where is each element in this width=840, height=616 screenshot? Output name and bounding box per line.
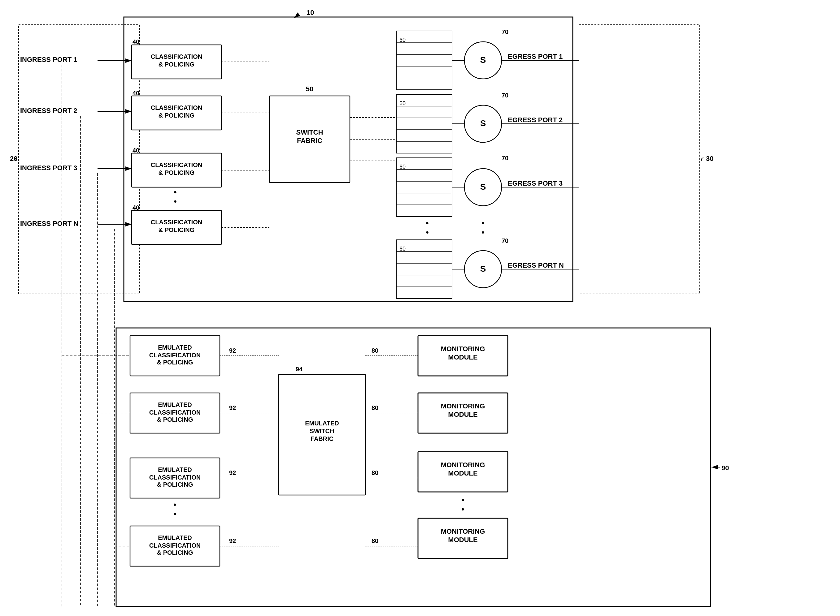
svg-text:•: • bbox=[461, 504, 465, 514]
ingress3-label: INGRESS PORT 3 bbox=[20, 164, 77, 172]
ref80-3: 80 bbox=[372, 469, 378, 476]
ref40-4: 40 bbox=[132, 204, 139, 211]
monitoring2-line2: MODULE bbox=[448, 411, 477, 418]
ref92-1: 92 bbox=[229, 347, 236, 354]
svg-text:•: • bbox=[426, 218, 429, 228]
ref60-2: 60 bbox=[399, 100, 406, 106]
class4-line2: & POLICING bbox=[159, 226, 195, 233]
emul-class4-line2: CLASSIFICATION bbox=[149, 542, 201, 549]
monitoring4-line2: MODULE bbox=[448, 536, 477, 544]
svg-text:•: • bbox=[174, 187, 177, 197]
svg-text:•: • bbox=[174, 500, 177, 509]
ref80-2: 80 bbox=[372, 404, 378, 411]
svg-rect-76 bbox=[279, 374, 365, 495]
ref30-label: 30 bbox=[706, 155, 713, 163]
ingress2-label: INGRESS PORT 2 bbox=[20, 107, 77, 114]
svg-text:•: • bbox=[426, 227, 429, 237]
ref50: 50 bbox=[306, 85, 313, 93]
emul-class2-line3: & POLICING bbox=[157, 416, 193, 423]
ref60-4: 60 bbox=[399, 246, 406, 252]
ref60-1: 60 bbox=[399, 37, 406, 43]
class3-line1: CLASSIFICATION bbox=[151, 161, 202, 168]
ref92-4: 92 bbox=[229, 537, 236, 544]
ref10-label: 10 bbox=[306, 9, 314, 16]
scheduler4-s: S bbox=[480, 264, 486, 273]
svg-text:•: • bbox=[174, 509, 177, 519]
ref94: 94 bbox=[296, 366, 303, 373]
ref92-2: 92 bbox=[229, 404, 236, 411]
monitoring1-line1: MONITORING bbox=[441, 345, 485, 353]
ref70-4: 70 bbox=[502, 237, 508, 244]
egressN-label: EGRESS PORT N bbox=[508, 261, 564, 269]
emul-class2-line1: EMULATED bbox=[158, 401, 192, 408]
emul-class1-line3: & POLICING bbox=[157, 359, 193, 366]
scheduler2-s: S bbox=[480, 119, 486, 128]
monitoring3-line1: MONITORING bbox=[441, 461, 485, 469]
ref40-2: 40 bbox=[132, 90, 139, 97]
ingressN-label: INGRESS PORT N bbox=[20, 220, 78, 227]
emul-class4-line1: EMULATED bbox=[158, 534, 192, 541]
svg-text:•: • bbox=[481, 218, 484, 228]
class3-line2: & POLICING bbox=[159, 169, 195, 176]
egress2-label: EGRESS PORT 2 bbox=[508, 116, 563, 124]
switch-fabric-line1: SWITCH bbox=[296, 128, 323, 136]
emul-class4-line3: & POLICING bbox=[157, 549, 193, 556]
ref92-3: 92 bbox=[229, 469, 236, 476]
emul-class3-line3: & POLICING bbox=[157, 481, 193, 488]
monitoring2-line1: MONITORING bbox=[441, 402, 485, 410]
emul-class1-line1: EMULATED bbox=[158, 344, 192, 351]
ref20-label: 20 bbox=[10, 155, 17, 163]
monitoring3-line2: MODULE bbox=[448, 469, 477, 477]
ref40-1: 40 bbox=[132, 38, 139, 45]
ref80-1: 80 bbox=[372, 347, 378, 354]
class1-line1: CLASSIFICATION bbox=[151, 53, 202, 60]
svg-text:•: • bbox=[174, 197, 177, 206]
svg-text:•: • bbox=[481, 227, 484, 237]
egress1-label: EGRESS PORT 1 bbox=[508, 53, 563, 60]
diagram-container: 20 10 30 INGRESS PORT 1 INGRESS PORT 2 I… bbox=[0, 0, 840, 616]
svg-rect-2 bbox=[579, 25, 700, 294]
emul-class3-line1: EMULATED bbox=[158, 466, 192, 473]
scheduler1-s: S bbox=[480, 55, 486, 65]
class1-line2: & POLICING bbox=[159, 61, 195, 68]
switch-fabric-line2: FABRIC bbox=[297, 137, 322, 144]
monitoring1-line2: MODULE bbox=[448, 353, 477, 361]
emul-class1-line2: CLASSIFICATION bbox=[149, 352, 201, 359]
ingress1-label: INGRESS PORT 1 bbox=[20, 56, 77, 63]
emul-switch-line3: FABRIC bbox=[310, 435, 334, 442]
ref90-label: 90 bbox=[721, 464, 729, 472]
ref40-3: 40 bbox=[132, 147, 139, 154]
emul-switch-line2: SWITCH bbox=[310, 428, 334, 434]
egress3-label: EGRESS PORT 3 bbox=[508, 179, 563, 187]
emul-class3-line2: CLASSIFICATION bbox=[149, 474, 201, 481]
emul-switch-line1: EMULATED bbox=[305, 420, 339, 427]
class2-line2: & POLICING bbox=[159, 112, 195, 119]
ref70-3: 70 bbox=[502, 155, 508, 161]
class4-line1: CLASSIFICATION bbox=[151, 219, 202, 226]
emul-class2-line2: CLASSIFICATION bbox=[149, 409, 201, 416]
ref80-4: 80 bbox=[372, 537, 378, 544]
class2-line1: CLASSIFICATION bbox=[151, 104, 202, 111]
svg-rect-0 bbox=[19, 25, 139, 294]
ref70-1: 70 bbox=[502, 28, 508, 35]
ref70-2: 70 bbox=[502, 92, 508, 99]
scheduler3-s: S bbox=[480, 182, 486, 192]
monitoring4-line1: MONITORING bbox=[441, 528, 485, 535]
ref60-3: 60 bbox=[399, 164, 406, 170]
svg-text:•: • bbox=[461, 495, 465, 505]
